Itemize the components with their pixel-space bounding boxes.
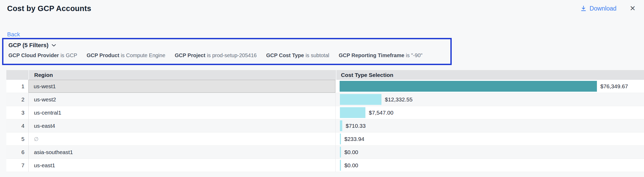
table-row[interactable]: 7 us-east1 $0.00 — [6, 159, 644, 172]
region-cell[interactable]: us-west1 — [28, 80, 335, 93]
row-number: 5 — [6, 132, 28, 145]
filter-condition: GCP Reporting Timeframeis "-90" — [339, 52, 422, 58]
filter-condition: GCP Projectis prod-setup-205416 — [175, 52, 256, 58]
cost-value: $0.00 — [344, 162, 358, 169]
cost-value: $233.94 — [344, 136, 364, 142]
cost-cell[interactable]: $710.33 — [335, 119, 644, 132]
top-actions: Download ✕ — [580, 4, 637, 13]
cost-cell[interactable]: $76,349.67 — [335, 80, 644, 93]
cost-value: $76,349.67 — [600, 83, 628, 90]
row-number: 1 — [6, 80, 28, 93]
download-button[interactable]: Download — [580, 5, 616, 12]
cost-cell[interactable]: $0.00 — [335, 146, 644, 159]
region-cell[interactable]: us-east1 — [28, 159, 335, 172]
table-row[interactable]: 1 us-west1 $76,349.67 — [6, 80, 644, 93]
cost-value: $0.00 — [344, 149, 358, 155]
row-number: 6 — [6, 146, 28, 159]
cost-bar — [340, 160, 341, 171]
download-icon — [580, 5, 587, 12]
chevron-down-icon — [52, 44, 56, 47]
column-header-cost[interactable]: Cost Type Selection — [336, 70, 644, 80]
region-cell[interactable]: us-central1 — [28, 106, 335, 119]
cost-cell[interactable]: $12,332.55 — [335, 93, 644, 106]
cost-bar — [340, 147, 341, 158]
download-label: Download — [590, 5, 616, 12]
table-body: 1 us-west1 $76,349.67 2 us-west2 $12,332… — [6, 80, 644, 172]
row-number: 7 — [6, 159, 28, 172]
region-cell[interactable]: us-west2 — [28, 93, 335, 106]
filter-list: GCP Cloud Provideris GCPGCP Productis Co… — [8, 52, 446, 58]
page-title: Cost by GCP Accounts — [7, 4, 91, 13]
cost-by-gcp-panel: Cost by GCP Accounts Download ✕ Back GCP… — [0, 0, 644, 177]
table-row[interactable]: 3 us-central1 $7,547.00 — [6, 106, 644, 119]
filter-condition: GCP Cost Typeis subtotal — [266, 52, 329, 58]
cost-cell[interactable]: $233.94 — [335, 132, 644, 145]
cost-value: $7,547.00 — [369, 110, 393, 116]
cost-cell[interactable]: $0.00 — [335, 159, 644, 172]
row-number: 4 — [6, 119, 28, 132]
cost-value: $12,332.55 — [385, 96, 412, 103]
top-bar: Cost by GCP Accounts Download ✕ — [0, 0, 644, 17]
filter-condition: GCP Cloud Provideris GCP — [8, 52, 77, 58]
table-header-row: Region Cost Type Selection — [6, 70, 644, 80]
back-link[interactable]: Back — [7, 31, 20, 38]
filter-summary-label: GCP (5 Filters) — [8, 42, 48, 49]
cost-table: Region Cost Type Selection 1 us-west1 $7… — [6, 70, 644, 172]
close-icon[interactable]: ✕ — [628, 4, 637, 13]
cost-bar — [340, 120, 342, 131]
cost-bar — [340, 107, 365, 118]
column-header-region[interactable]: Region — [29, 70, 336, 80]
row-number: 2 — [6, 93, 28, 106]
row-number: 3 — [6, 106, 28, 119]
cost-value: $710.33 — [346, 123, 366, 129]
region-cell[interactable]: ∅ — [28, 132, 335, 145]
cost-cell[interactable]: $7,547.00 — [335, 106, 644, 119]
table-row[interactable]: 5 ∅ $233.94 — [6, 132, 644, 146]
filter-box: GCP (5 Filters) GCP Cloud Provideris GCP… — [2, 38, 452, 65]
filter-condition: GCP Productis Compute Engine — [87, 52, 165, 58]
region-cell[interactable]: asia-southeast1 — [28, 146, 335, 159]
table-row[interactable]: 2 us-west2 $12,332.55 — [6, 93, 644, 106]
table-row[interactable]: 4 us-east4 $710.33 — [6, 119, 644, 132]
column-header-index — [6, 70, 28, 80]
region-cell[interactable]: us-east4 — [28, 119, 335, 132]
filter-summary-dropdown[interactable]: GCP (5 Filters) — [8, 42, 56, 49]
table-row[interactable]: 6 asia-southeast1 $0.00 — [6, 146, 644, 159]
cost-bar — [340, 94, 381, 105]
cost-bar — [340, 81, 597, 92]
cost-bar — [340, 134, 341, 144]
